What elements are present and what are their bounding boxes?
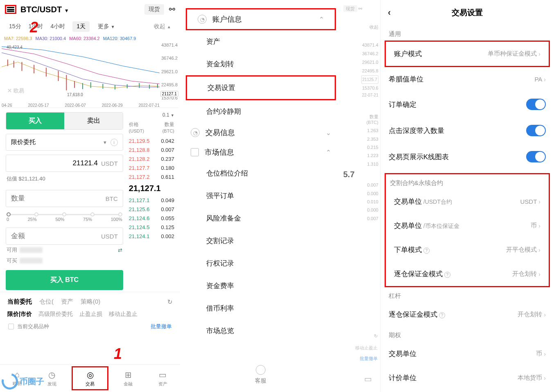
filter-stop[interactable]: 止盈止损 bbox=[79, 311, 102, 318]
tab-assets[interactable]: 资产 bbox=[61, 298, 73, 306]
ask-row[interactable]: 21,129.50.042 bbox=[129, 136, 174, 145]
menu-borrow-rate[interactable]: 借币利率 bbox=[180, 297, 342, 320]
chevron-up-icon: ⌃ bbox=[326, 149, 331, 156]
bid-row[interactable]: 21,125.60.007 bbox=[129, 205, 174, 214]
collapse-chart[interactable]: 收起 ▲ bbox=[154, 23, 171, 30]
menu-assets[interactable]: 资产 bbox=[180, 30, 342, 53]
row-isolated-margin-1[interactable]: 逐仓保证金模式? 开仓划转› bbox=[386, 262, 549, 286]
section-contract: 交割合约&永续合约 bbox=[386, 174, 549, 189]
tf-1d[interactable]: 1天 bbox=[72, 21, 90, 32]
estimate: 估值 $21,121.40 bbox=[6, 172, 123, 186]
canbuy-row: 可买 bbox=[6, 255, 123, 266]
ask-row[interactable]: 21,127.20.611 bbox=[129, 172, 174, 181]
support-button[interactable]: 客服 bbox=[180, 365, 342, 385]
current-price-tag: 21127.1 bbox=[160, 91, 178, 97]
menu-cooldown[interactable]: 合约冷静期 bbox=[180, 100, 342, 123]
nav-trade[interactable]: ◎交易 bbox=[72, 366, 108, 390]
row-isolated-margin-2[interactable]: 逐仓保证金模式? 开仓划转› bbox=[381, 302, 554, 327]
ask-row[interactable]: 21,128.20.237 bbox=[129, 154, 174, 163]
annotation-1: 1 bbox=[114, 345, 122, 363]
chart-trough: 17,618.0 bbox=[67, 92, 83, 97]
tab-current-orders[interactable]: 当前委托 bbox=[7, 298, 32, 306]
spot-badge[interactable]: 现货 bbox=[144, 4, 164, 15]
row-quote-unit[interactable]: 计价单位 本地货币› bbox=[381, 366, 554, 390]
only-current-checkbox[interactable] bbox=[8, 324, 14, 329]
buy-sell-tabs: 买入 卖出 bbox=[6, 112, 123, 130]
price-input[interactable]: USDT bbox=[6, 155, 123, 172]
batch-cancel-button[interactable]: 批量撤单 bbox=[151, 323, 172, 330]
filter-trailing[interactable]: 移动止盈止 bbox=[109, 311, 137, 318]
menu-delivery[interactable]: 交割记录 bbox=[180, 230, 342, 252]
section-market-info[interactable]: 市场信息⌃ bbox=[180, 142, 342, 162]
help-icon[interactable]: ? bbox=[423, 248, 430, 254]
bid-row[interactable]: 21,124.50.125 bbox=[129, 223, 174, 232]
ghost-background: 现货 ⚯ 收起 43871.436746.229621.022495.8 211… bbox=[342, 0, 380, 392]
section-account[interactable]: ◔ 账户信息⌃ bbox=[186, 8, 336, 30]
timeframe-tabs: 15分 1小时 4小时 1天 更多 ▼ 收起 ▲ bbox=[0, 19, 180, 34]
bid-row[interactable]: 21,124.60.055 bbox=[129, 214, 174, 223]
row-order-confirm: 订单确定 bbox=[381, 91, 554, 117]
menu-liquidation[interactable]: 强平订单 bbox=[180, 185, 342, 207]
filter-limit-market[interactable]: 限价|市价 bbox=[7, 311, 32, 318]
help-icon[interactable]: ? bbox=[439, 312, 445, 318]
clock-icon: ◔ bbox=[198, 15, 207, 24]
row-depth-qty: 点击深度带入数量 bbox=[381, 117, 554, 144]
sell-tab[interactable]: 卖出 bbox=[64, 113, 122, 129]
row-order-mode[interactable]: 下单模式? 开平仓模式› bbox=[386, 238, 549, 262]
quantity-input[interactable]: BTC bbox=[6, 190, 123, 207]
buy-button[interactable]: 买入 BTC bbox=[6, 270, 123, 290]
toggle-confirm[interactable] bbox=[526, 99, 546, 110]
chart-settings-icon[interactable]: ⚯ bbox=[169, 5, 175, 14]
menu-funding[interactable]: 资金费率 bbox=[180, 275, 342, 297]
toggle-kline[interactable] bbox=[526, 151, 546, 162]
toggle-depth[interactable] bbox=[526, 125, 546, 136]
amount-input[interactable]: USDT bbox=[6, 228, 123, 245]
nav-finance[interactable]: ⊞金融 bbox=[111, 365, 145, 392]
menu-icon[interactable] bbox=[5, 5, 16, 14]
menu-exercise[interactable]: 行权记录 bbox=[180, 252, 342, 275]
trading-pair[interactable]: BTC/USDT ▼ bbox=[20, 5, 69, 14]
row-show-kline: 交易页展示K线图表 bbox=[381, 144, 554, 170]
menu-tier[interactable]: 仓位档位介绍 bbox=[180, 162, 342, 185]
ma-indicators: MA7: 22598.3 MA30: 21000.4 MA60: 23384.2… bbox=[0, 34, 180, 43]
menu-insurance[interactable]: 风险准备金 bbox=[180, 207, 342, 230]
tab-positions[interactable]: 仓位( bbox=[39, 298, 54, 306]
bid-row[interactable]: 21,127.10.049 bbox=[129, 196, 174, 205]
row-account-mode[interactable]: 账户模式 单币种保证金模式› bbox=[386, 42, 549, 66]
page-title: 交易设置 bbox=[399, 7, 536, 18]
available-row: 可用⇄ bbox=[6, 245, 123, 255]
depth-select[interactable]: 0.1 ▼ bbox=[129, 112, 174, 119]
menu-transfer[interactable]: 资金划转 bbox=[180, 53, 342, 75]
row-greek-unit[interactable]: 希腊值单位 PA› bbox=[381, 67, 554, 91]
row-unit-usdt[interactable]: 交易单位/USDT合约 USDT› bbox=[386, 189, 549, 214]
help-icon[interactable]: ? bbox=[444, 272, 450, 278]
row-option-unit[interactable]: 交易单位 币› bbox=[381, 342, 554, 366]
row-unit-coin[interactable]: 交易单位/币本位保证金 币› bbox=[386, 214, 549, 238]
nav-assets[interactable]: ▭资产 bbox=[146, 365, 180, 392]
bid-row[interactable]: 21,124.10.002 bbox=[129, 232, 174, 241]
menu-overview[interactable]: 市场总览 bbox=[180, 320, 342, 342]
tf-more[interactable]: 更多 ▼ bbox=[98, 23, 115, 30]
price-chart[interactable]: 40,423.4 17,618.0 ✕ 欧易 43871.436746.2296… bbox=[2, 43, 178, 108]
menu-trade-settings[interactable]: 交易设置 bbox=[187, 77, 335, 99]
ask-row[interactable]: 21,127.70.180 bbox=[129, 163, 174, 172]
mid-price: 21,127.1 bbox=[129, 181, 174, 196]
history-icon[interactable]: ↻ bbox=[167, 298, 173, 306]
section-trade-info[interactable]: ◔ 交易信息⌄ bbox=[180, 123, 342, 142]
tab-strategy[interactable]: 策略(0) bbox=[81, 298, 100, 306]
order-form: 买入 卖出 限价委托▼i USDT 估值 $21,121.40 BTC 025%… bbox=[6, 112, 123, 290]
ask-row[interactable]: 21,128.80.007 bbox=[129, 145, 174, 154]
candlestick-chart bbox=[2, 43, 160, 100]
swap-icon[interactable]: ⇄ bbox=[118, 247, 122, 253]
order-type-select[interactable]: 限价委托▼i bbox=[6, 134, 123, 151]
tf-4h[interactable]: 4小时 bbox=[50, 23, 65, 30]
buy-tab[interactable]: 买入 bbox=[6, 113, 64, 129]
filter-advanced[interactable]: 高级限价委托 bbox=[38, 311, 73, 318]
info-icon[interactable]: i bbox=[110, 139, 118, 146]
x-axis: 04-262022-05-172022-06-072022-06-292022-… bbox=[2, 103, 160, 108]
batch-row: 当前交易品种 批量撤单 bbox=[0, 320, 180, 333]
back-icon[interactable]: ‹ bbox=[388, 7, 399, 18]
tf-15m[interactable]: 15分 bbox=[9, 23, 21, 30]
chart-peak: 40,423.4 bbox=[7, 45, 23, 50]
order-filter-tabs: 限价|市价 高级限价委托 止盈止损 移动止盈止 bbox=[0, 308, 180, 320]
